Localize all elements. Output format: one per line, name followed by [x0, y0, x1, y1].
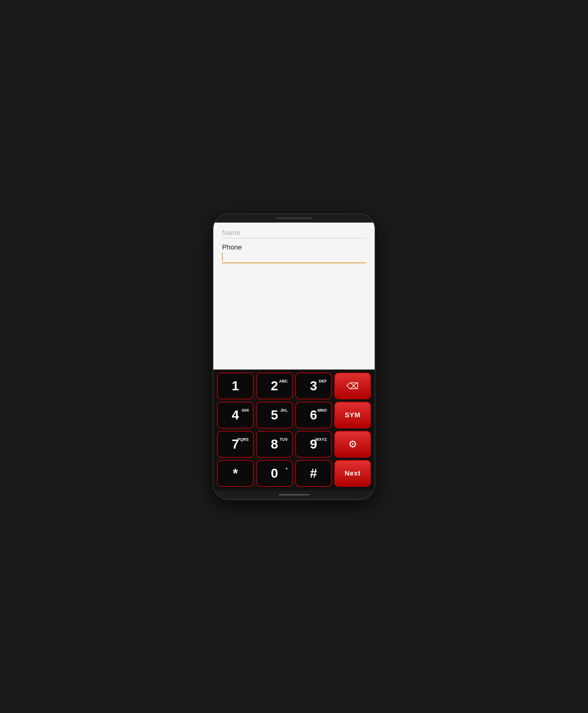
keyboard-area: 12ABC3DEF⌫4GHI5JKL6MNOSYM7PQRS8TUV9WXYZ⚙…	[213, 369, 375, 491]
name-placeholder: Name	[222, 229, 366, 237]
key-6-sub: MNO	[318, 408, 327, 413]
key-3-sub: DEF	[319, 379, 327, 384]
gear-icon: ⚙	[348, 438, 357, 450]
key-star[interactable]: *	[217, 460, 254, 487]
phone-notch	[213, 214, 375, 222]
phone-frame: Name Phone 12ABC3DEF⌫4GHI5JKL6MNOSYM7PQR…	[213, 214, 375, 499]
key-7[interactable]: 7PQRS	[217, 431, 254, 458]
key-sym[interactable]: SYM	[334, 402, 371, 428]
key-settings[interactable]: ⚙	[334, 431, 371, 458]
backspace-icon: ⌫	[346, 381, 359, 391]
key-1[interactable]: 1	[217, 373, 254, 399]
name-field-group: Name	[222, 229, 366, 238]
key-4-main: 4	[232, 409, 239, 422]
key-hash-main: #	[310, 467, 317, 480]
form-area: Name Phone	[213, 222, 375, 273]
key-7-sub: PQRS	[237, 437, 249, 442]
key-9-sub: WXYZ	[315, 437, 327, 442]
key-9[interactable]: 9WXYZ	[295, 431, 332, 458]
notch-bar	[275, 217, 313, 219]
key-0-main: 0	[271, 467, 278, 480]
key-0-sub: +	[285, 466, 288, 471]
key-4-sub: GHI	[241, 408, 249, 413]
key-6-main: 6	[310, 409, 317, 422]
phone-input-row[interactable]	[222, 252, 366, 263]
key-next-label: Next	[344, 469, 361, 477]
home-indicator	[213, 491, 375, 499]
home-bar	[278, 494, 310, 495]
phone-label: Phone	[222, 243, 366, 252]
key-hash[interactable]: #	[295, 460, 332, 487]
key-3[interactable]: 3DEF	[295, 373, 332, 399]
key-0[interactable]: 0+	[256, 460, 293, 487]
key-8-sub: TUV	[280, 437, 288, 442]
key-5-main: 5	[271, 409, 278, 422]
key-5-sub: JKL	[280, 408, 288, 413]
text-cursor	[222, 253, 223, 261]
key-1-main: 1	[232, 380, 239, 392]
key-5[interactable]: 5JKL	[256, 402, 293, 428]
key-4[interactable]: 4GHI	[217, 402, 254, 428]
phone-field-group[interactable]: Phone	[222, 243, 366, 263]
form-empty-space	[213, 273, 375, 369]
name-divider	[222, 238, 366, 238]
key-8[interactable]: 8TUV	[256, 431, 293, 458]
key-2[interactable]: 2ABC	[256, 373, 293, 399]
key-backspace[interactable]: ⌫	[334, 373, 371, 399]
key-8-main: 8	[271, 438, 278, 451]
key-2-main: 2	[271, 380, 278, 392]
key-star-main: *	[233, 467, 238, 480]
key-6[interactable]: 6MNO	[295, 402, 332, 428]
keyboard-grid: 12ABC3DEF⌫4GHI5JKL6MNOSYM7PQRS8TUV9WXYZ⚙…	[217, 373, 371, 487]
key-3-main: 3	[310, 380, 317, 392]
key-next[interactable]: Next	[334, 460, 371, 487]
key-2-sub: ABC	[279, 379, 288, 384]
key-sym-label: SYM	[345, 411, 361, 419]
